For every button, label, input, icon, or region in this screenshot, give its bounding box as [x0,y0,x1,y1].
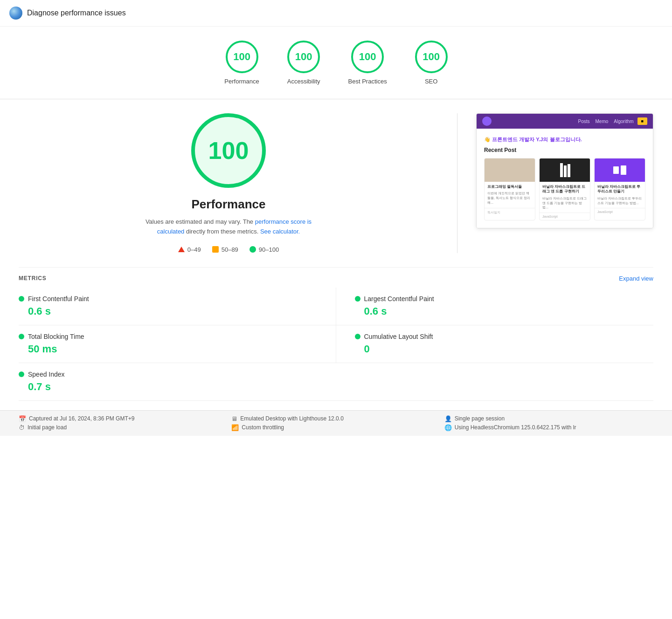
red-triangle-icon [178,247,185,252]
post-cards: 프로그래밍 필독서들 이번에 개인적으로 읽었던 책들을, 독서노트 형식으로 … [484,158,645,220]
footer-initial-load: ⏱ Initial page load [19,424,228,431]
svg-rect-2 [568,164,570,177]
post-card-title-2: 바닐라 자바스크립트로 드래그 앤 드롭 구현하기 [542,185,587,194]
footer-throttling-text: Custom throttling [242,424,284,431]
score-circle-seo: 100 [415,41,448,73]
metrics-title: METRICS [19,275,47,282]
footer-col1: 📅 Captured at Jul 16, 2024, 8:36 PM GMT+… [19,415,228,431]
legend-item-green: 90–100 [249,246,279,253]
metric-value-cls: 0 [355,343,654,355]
footer-browser: 🌐 Using HeadlessChromium 125.0.6422.175 … [444,424,653,431]
scores-section: 100 Performance 100 Accessibility 100 Be… [0,27,672,99]
post-card-img-2 [540,158,590,182]
score-label-seo: SEO [425,78,437,85]
main-content: 100 Performance Values are estimated and… [0,99,672,267]
post-card-body-3: 바닐라 자바스크립트로 투두리스트 만들기 바닐라 자바스크립트로 투두리스트 … [595,182,645,208]
calculator-link[interactable]: See calculator. [260,228,300,235]
desc-text1: Values are estimated and may vary. The [145,218,253,225]
footer-session: 👤 Single page session [444,415,653,422]
svg-rect-0 [560,163,563,177]
svg-rect-1 [564,165,567,177]
post-card-desc-2: 바닐라 자바스크립트로 드래그 앤 드롭 기능을 구현하는 방법... [542,196,587,210]
legend-item-orange: 50–89 [212,246,238,253]
metric-fcp-label-row: First Contentful Paint [19,295,317,303]
performance-description: Values are estimated and may vary. The p… [135,217,322,237]
metrics-grid: First Contentful Paint 0.6 s Largest Con… [19,288,653,401]
score-item-performance: 100 Performance [224,41,259,85]
expand-view-button[interactable]: Expand view [619,275,653,282]
score-circle-performance: 100 [226,41,258,73]
metric-label-si: Speed Index [28,371,65,378]
site-logo [482,117,492,126]
post-card-desc-1: 이번에 개인적으로 읽었던 책들을, 독서노트 형식으로 정리해... [487,191,532,205]
metric-label-tbt: Total Blocking Time [28,333,84,340]
post-card-title-1: 프로그래밍 필독서들 [487,185,532,189]
metric-tbt-label-row: Total Blocking Time [19,333,317,340]
metric-si-label-row: Speed Index [19,371,653,378]
footer-captured-at-text: Captured at Jul 16, 2024, 8:36 PM GMT+9 [29,415,134,422]
metric-dot-tbt [19,334,24,339]
score-label-best-practices: Best Practices [348,78,387,85]
post-card-footer-2: JavaScript [540,213,590,220]
divider-vertical [457,113,457,253]
screenshot-frame: Posts Memo Algorithm ■ 👋 프론트엔드 개발자 Y.J의 … [476,113,653,228]
post-card-img-1 [485,158,535,182]
score-circle-best-practices: 100 [351,41,384,73]
footer-col2: 🖥 Emulated Desktop with Lighthouse 12.0.… [231,415,440,431]
metric-dot-si [19,371,24,377]
performance-title: Performance [192,197,266,212]
legend-item-red: 0–49 [178,246,201,253]
footer-session-text: Single page session [455,415,505,422]
metric-dot-fcp [19,296,24,302]
orange-square-icon [212,246,219,253]
nav-button: ■ [637,117,647,125]
recent-post-title: Recent Post [484,147,645,153]
lighthouse-icon [9,7,22,20]
footer-initial-load-text: Initial page load [28,424,67,431]
post-card-body-2: 바닐라 자바스크립트로 드래그 앤 드롭 구현하기 바닐라 자바스크립트로 드래… [540,182,590,213]
metric-dot-lcp [355,296,360,302]
metric-label-fcp: First Contentful Paint [28,295,89,303]
score-item-accessibility: 100 Accessibility [287,41,320,85]
svg-rect-3 [613,166,619,174]
user-icon: 👤 [444,415,452,422]
calendar-icon: 📅 [19,415,26,422]
screenshot-body: 👋 프론트엔드 개발자 Y.J의 블로그입니다. Recent Post 프로그… [477,129,653,228]
header: Diagnose performance issues [0,0,672,27]
metrics-header: METRICS Expand view [19,267,653,288]
clock-icon: ⏱ [19,424,25,431]
greeting-emoji: 👋 [484,137,491,142]
post-card-desc-3: 바닐라 자바스크립트로 투두리스트 기능을 구현하는 방법... [597,196,642,206]
performance-section: 100 Performance Values are estimated and… [19,113,438,253]
metric-label-lcp: Largest Contentful Paint [364,295,434,303]
score-legend: 0–49 50–89 90–100 [178,246,279,253]
metrics-section: METRICS Expand view First Contentful Pai… [0,267,672,410]
legend-range-green: 90–100 [259,246,279,253]
metric-label-cls: Cumulative Layout Shift [364,333,433,340]
legend-range-orange: 50–89 [222,246,238,253]
green-circle-icon [249,246,256,253]
greeting-text: 프론트엔드 개발자 Y.J의 블로그입니다. [492,137,582,142]
metric-value-tbt: 50 ms [19,343,317,355]
footer-browser-text: Using HeadlessChromium 125.0.6422.175 wi… [455,424,576,431]
post-card-2: 바닐라 자바스크립트로 드래그 앤 드롭 구현하기 바닐라 자바스크립트로 드래… [539,158,590,220]
post-card-3: 바닐라 자바스크립트로 투두리스트 만들기 바닐라 자바스크립트로 투두리스트 … [594,158,645,220]
metric-cls-label-row: Cumulative Layout Shift [355,333,654,340]
screenshot-nav: Posts Memo Algorithm ■ [477,114,653,129]
footer-throttling: 📶 Custom throttling [231,424,440,431]
score-circle-accessibility: 100 [287,41,320,73]
post-card-img-3 [595,158,645,182]
metric-value-fcp: 0.6 s [19,305,317,317]
post-card-1: 프로그래밍 필독서들 이번에 개인적으로 읽었던 책들을, 독서노트 형식으로 … [484,158,535,220]
signal-icon: 📶 [231,424,239,431]
score-label-accessibility: Accessibility [287,78,320,85]
page-title: Diagnose performance issues [27,9,126,17]
big-score-value: 100 [208,137,249,165]
footer-bar: 📅 Captured at Jul 16, 2024, 8:36 PM GMT+… [0,410,672,436]
footer-col3: 👤 Single page session 🌐 Using HeadlessCh… [444,415,653,431]
nav-posts: Posts [578,119,590,124]
score-label-performance: Performance [224,78,259,85]
metric-lcp-label-row: Largest Contentful Paint [355,295,654,303]
footer-captured-at: 📅 Captured at Jul 16, 2024, 8:36 PM GMT+… [19,415,228,422]
metric-dot-cls [355,334,360,339]
